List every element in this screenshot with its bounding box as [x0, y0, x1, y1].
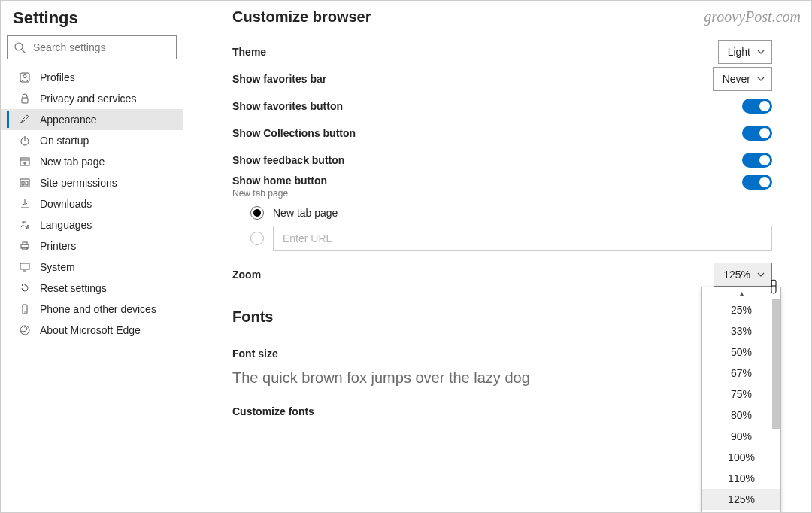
home-button-toggle[interactable]: [742, 175, 772, 190]
perm-icon: [17, 177, 32, 189]
sidebar-item-label: Appearance: [40, 114, 97, 126]
power-icon: [17, 135, 32, 147]
newtab-icon: [17, 156, 32, 168]
svg-rect-13: [26, 181, 28, 185]
sidebar-item-label: Site permissions: [40, 177, 117, 189]
theme-label: Theme: [232, 46, 266, 58]
sidebar-item-site-permissions[interactable]: Site permissions: [1, 172, 183, 193]
sidebar-item-system[interactable]: System: [1, 256, 183, 278]
font-size-row: Font size: [232, 341, 772, 366]
chevron-down-icon: [756, 74, 765, 83]
home-url-input[interactable]: [273, 226, 772, 251]
sidebar-item-label: Printers: [40, 240, 76, 252]
search-icon: [14, 41, 26, 53]
zoom-option[interactable]: 75%: [702, 384, 780, 405]
favorites-button-toggle[interactable]: [742, 99, 772, 114]
zoom-option[interactable]: 110%: [702, 468, 780, 489]
collections-button-toggle[interactable]: [742, 126, 772, 141]
zoom-label: Zoom: [232, 269, 261, 281]
sidebar-item-profiles[interactable]: Profiles: [1, 67, 183, 88]
feedback-button-label: Show feedback button: [232, 154, 344, 166]
radio-unselected-icon[interactable]: [250, 232, 264, 245]
search-settings-field[interactable]: [32, 41, 170, 54]
settings-content: Customize browser Theme Light Show favor…: [183, 1, 811, 512]
feedback-button-row: Show feedback button: [232, 147, 772, 173]
zoom-option[interactable]: 125%: [702, 489, 780, 510]
zoom-option[interactable]: 50%: [702, 341, 780, 363]
reset-icon: [17, 282, 32, 294]
zoom-option[interactable]: 33%: [702, 320, 780, 341]
sidebar-item-languages[interactable]: Languages: [1, 214, 183, 235]
home-button-row: Show home button New tab page: [232, 175, 772, 200]
zoom-option[interactable]: 80%: [702, 405, 780, 426]
lang-icon: [17, 219, 32, 231]
customize-fonts-label: Customize fonts: [232, 405, 314, 417]
radio-selected-icon[interactable]: [250, 206, 264, 220]
theme-dropdown[interactable]: Light: [718, 40, 772, 64]
chevron-down-icon: [756, 270, 765, 279]
customize-browser-heading: Customize browser: [232, 8, 772, 26]
scroll-up-arrow-icon[interactable]: ▴: [702, 289, 780, 299]
search-settings-input[interactable]: [7, 35, 177, 59]
sidebar-item-appearance[interactable]: Appearance: [1, 109, 183, 130]
settings-heading: Settings: [1, 4, 183, 35]
zoom-option[interactable]: 100%: [702, 447, 780, 468]
zoom-dropdown[interactable]: 125%: [714, 263, 772, 287]
sidebar-item-label: Languages: [40, 219, 92, 231]
home-button-label: Show home button: [232, 175, 327, 187]
sidebar-item-privacy-and-services[interactable]: Privacy and services: [1, 88, 183, 109]
settings-sidebar: Settings ProfilesPrivacy and servicesApp…: [1, 1, 183, 512]
sidebar-nav: ProfilesPrivacy and servicesAppearanceOn…: [1, 67, 183, 341]
favorites-button-row: Show favorites button: [232, 93, 772, 119]
sidebar-item-label: Privacy and services: [40, 93, 136, 105]
chevron-down-icon: [756, 47, 765, 56]
svg-rect-17: [20, 263, 29, 269]
sidebar-item-label: Downloads: [40, 198, 92, 210]
zoom-option[interactable]: 90%: [702, 426, 780, 447]
feedback-button-toggle[interactable]: [742, 153, 772, 168]
favorites-bar-label: Show favorites bar: [232, 73, 326, 85]
zoom-value: 125%: [723, 269, 750, 281]
sidebar-item-on-startup[interactable]: On startup: [1, 130, 183, 151]
zoom-options-list: 25%33%50%67%75%80%90%100%110%125%: [702, 299, 780, 510]
sidebar-item-downloads[interactable]: Downloads: [1, 193, 183, 214]
download-icon: [17, 198, 32, 210]
favorites-bar-dropdown[interactable]: Never: [713, 67, 772, 91]
svg-rect-15: [23, 242, 27, 244]
svg-point-0: [15, 43, 23, 50]
svg-point-3: [23, 75, 26, 78]
sidebar-item-about-microsoft-edge[interactable]: About Microsoft Edge: [1, 320, 183, 341]
zoom-row: Zoom 125%: [232, 262, 772, 287]
home-button-sub: New tab page: [232, 188, 327, 199]
sidebar-item-label: On startup: [40, 135, 89, 147]
sidebar-item-label: Profiles: [40, 71, 75, 83]
lock-icon: [17, 93, 32, 105]
scroll-down-arrow-icon[interactable]: ▾: [702, 510, 780, 513]
favorites-bar-row: Show favorites bar Never: [232, 66, 772, 92]
zoom-options-popup: ▴ 25%33%50%67%75%80%90%100%110%125% ▾: [701, 287, 781, 513]
zoom-scrollbar[interactable]: [772, 299, 780, 510]
font-size-label: Font size: [232, 348, 278, 360]
svg-line-1: [22, 50, 25, 53]
edge-icon: [17, 324, 32, 336]
sidebar-item-label: Phone and other devices: [40, 303, 156, 315]
zoom-scrollbar-thumb[interactable]: [772, 299, 780, 429]
zoom-option[interactable]: 67%: [702, 363, 780, 384]
sidebar-item-reset-settings[interactable]: Reset settings: [1, 278, 183, 299]
home-newtab-radio-label: New tab page: [273, 207, 338, 219]
zoom-option[interactable]: 25%: [702, 299, 780, 320]
svg-point-20: [24, 311, 25, 312]
sidebar-item-new-tab-page[interactable]: New tab page: [1, 151, 183, 172]
sidebar-item-phone-and-other-devices[interactable]: Phone and other devices: [1, 299, 183, 320]
home-url-radio-row[interactable]: [250, 226, 772, 251]
brush-icon: [17, 114, 32, 126]
home-newtab-radio-row[interactable]: New tab page: [250, 200, 772, 226]
sidebar-item-label: New tab page: [40, 156, 105, 168]
sidebar-item-label: Reset settings: [40, 282, 107, 294]
profile-icon: [17, 71, 32, 83]
collections-button-row: Show Collections button: [232, 120, 772, 146]
sidebar-item-label: About Microsoft Edge: [40, 324, 141, 336]
sidebar-item-printers[interactable]: Printers: [1, 235, 183, 256]
favorites-button-label: Show favorites button: [232, 100, 343, 112]
customize-fonts-row[interactable]: Customize fonts: [232, 399, 772, 424]
